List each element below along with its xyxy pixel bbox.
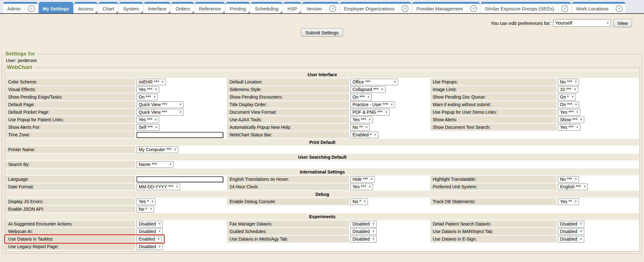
tab-label: Reference bbox=[195, 6, 225, 11]
tab-external-segment[interactable]: ↗ bbox=[326, 4, 339, 13]
24-hour-clock-select[interactable]: Yes ***∨ bbox=[350, 184, 373, 190]
tab-employer-organizations[interactable]: Employer Organizations↗ bbox=[340, 2, 411, 13]
enable-debug-console-select[interactable]: No *∨ bbox=[350, 198, 368, 205]
tab-label: Printing bbox=[226, 6, 250, 11]
setting-label-search-by: Search By: bbox=[6, 161, 135, 168]
tab-work-locations[interactable]: Work Locations↗ bbox=[572, 2, 625, 13]
tab-my-settings[interactable]: My Settings bbox=[39, 2, 73, 13]
tab-provider-management[interactable]: Provider Management↗ bbox=[412, 2, 480, 13]
fax-manager-datavis-select[interactable]: Disabled∨ bbox=[350, 221, 377, 227]
time-zone-input[interactable] bbox=[136, 132, 223, 138]
preferences-for-select[interactable]: Yourself ∨ bbox=[553, 19, 611, 27]
visual-effects-select[interactable]: Yes ***∨ bbox=[136, 86, 159, 93]
title-display-order-select[interactable]: Practice - User ***∨ bbox=[350, 101, 395, 108]
default-page-select[interactable]: Quick View ***∨ bbox=[136, 101, 184, 108]
enable-json-api-select[interactable]: No *∨ bbox=[136, 206, 154, 213]
tab-external-segment[interactable]: ↗ bbox=[558, 4, 571, 13]
tab-interface[interactable]: Interface bbox=[144, 2, 170, 13]
external-link-icon: ↗ bbox=[329, 5, 336, 12]
setting-value-cell: Self ***∨ bbox=[135, 124, 227, 131]
image-limit-select[interactable]: 10 ***∨ bbox=[558, 86, 578, 93]
preferred-unit-system-select[interactable]: English ***∨ bbox=[558, 184, 588, 190]
color-scheme-select[interactable]: miEHR ***∨ bbox=[136, 79, 166, 85]
use-datavis-in-meds-agy-tab-select[interactable]: Disabled∨ bbox=[350, 236, 377, 242]
webchart-status-bar-select[interactable]: Enabled *∨ bbox=[350, 132, 379, 138]
date-format-select[interactable]: MM-DD-YYYY ***∨ bbox=[136, 184, 180, 190]
show-pending-encounters-select[interactable]: On ***∨ bbox=[350, 94, 372, 100]
guided-schedules-select[interactable]: Disabled∨ bbox=[350, 228, 377, 235]
tab-orders[interactable]: Orders bbox=[171, 2, 194, 13]
chevron-down-icon: ∨ bbox=[372, 237, 375, 240]
setting-value-cell: On ***∨ bbox=[349, 94, 430, 100]
tab-external-segment[interactable]: ↗ bbox=[467, 4, 480, 13]
use-popup-for-user-demo-links-select[interactable]: Yes ***∨ bbox=[558, 109, 580, 116]
tab-printing[interactable]: Printing bbox=[226, 2, 250, 13]
chevron-down-icon: ∨ bbox=[369, 185, 371, 188]
tab-external-segment[interactable]: ↗ bbox=[25, 4, 38, 13]
setting-label-use-datavis-in-tasklist: Use Datavis in Tasklist: bbox=[6, 236, 135, 242]
webscan-ai-select[interactable]: Disabled∨ bbox=[136, 228, 163, 235]
show-alerts-for-select[interactable]: Self ***∨ bbox=[136, 124, 159, 131]
tab-system[interactable]: System bbox=[119, 2, 143, 13]
setting-label-english-translations-on-hover: English Translations on Hover: bbox=[227, 176, 349, 183]
section-header: User Searching Default bbox=[6, 154, 639, 160]
printer-name-select[interactable]: My Computer ***∨ bbox=[136, 146, 178, 153]
tab-label: Similar Exposure Groups (SEGs) bbox=[481, 6, 558, 11]
settings-row: Webscan AI:Disabled∨Guided Schedules:Dis… bbox=[6, 228, 639, 235]
english-translations-on-hover-select[interactable]: Hide ***∨ bbox=[350, 176, 375, 183]
use-datavis-in-tasklist-select[interactable]: Enabled∨ bbox=[136, 236, 162, 242]
tab-similar-exposure-groups-segs[interactable]: Similar Exposure Groups (SEGs)↗ bbox=[481, 2, 571, 13]
menu-fold-icon bbox=[280, 11, 282, 13]
tab-external-segment[interactable]: ↗ bbox=[398, 4, 411, 13]
tab-access[interactable]: Access bbox=[74, 2, 97, 13]
selected-option: Yes *** bbox=[139, 87, 152, 92]
use-popups-select[interactable]: No ***∨ bbox=[558, 79, 579, 85]
detail-patient-search-datavis-select[interactable]: Disabled∨ bbox=[558, 221, 584, 227]
sidemenu-style-select[interactable]: Collapsed ***∨ bbox=[350, 86, 386, 93]
chevron-down-icon: ∨ bbox=[571, 95, 574, 98]
setting-value-cell: PDF & PNG ***∨ bbox=[349, 109, 430, 116]
use-ajax-tools-select[interactable]: Yes ***∨ bbox=[350, 117, 373, 123]
use-popup-for-patient-links-select[interactable]: Yes ***∨ bbox=[136, 117, 159, 123]
tab-admin[interactable]: Admin↗ bbox=[3, 2, 38, 13]
display-js-errors-select[interactable]: Yes *∨ bbox=[136, 198, 156, 205]
tab-chart[interactable]: Chart bbox=[98, 2, 118, 13]
warn-if-exiting-without-submit-select[interactable]: On ***∨ bbox=[558, 101, 579, 108]
tab-hsp[interactable]: HSP bbox=[283, 2, 301, 13]
chevron-down-icon: ∨ bbox=[575, 178, 577, 180]
menu-fold-icon bbox=[222, 11, 225, 13]
setting-value-cell: Yes ***∨ bbox=[135, 116, 227, 123]
tab-reference[interactable]: Reference bbox=[195, 2, 225, 13]
tab-version[interactable]: Version↗ bbox=[302, 2, 339, 13]
tab-label: Scheduling bbox=[251, 6, 282, 11]
setting-value-cell: Collapsed ***∨ bbox=[349, 86, 430, 93]
setting-label-use-datavis-in-e-sign: Use Datavis in E-Sign: bbox=[430, 236, 557, 242]
settings-row: Language:English Translations on Hover:H… bbox=[6, 176, 639, 183]
track-db-statements-select[interactable]: Yes **∨ bbox=[558, 198, 579, 205]
section-header: Print Default bbox=[6, 139, 639, 145]
submit-settings-button[interactable]: Submit Settings bbox=[301, 28, 343, 37]
automatically-popup-new-help-select[interactable]: No **∨ bbox=[350, 124, 370, 131]
document-view-format-select[interactable]: PDF & PNG ***∨ bbox=[350, 109, 390, 116]
tab-scheduling[interactable]: Scheduling bbox=[251, 2, 282, 13]
show-pending-doc-queue-select[interactable]: On *∨ bbox=[558, 94, 576, 100]
chevron-down-icon: ∨ bbox=[607, 21, 609, 24]
use-datavis-in-e-sign-select[interactable]: Disabled∨ bbox=[558, 236, 584, 242]
default-location-select[interactable]: Office ***∨ bbox=[350, 79, 398, 85]
setting-value-cell: Show ***∨ bbox=[557, 116, 639, 123]
language-input[interactable] bbox=[136, 176, 223, 182]
search-by-select[interactable]: Name ***∨ bbox=[136, 161, 174, 168]
tab-external-segment[interactable]: ↗ bbox=[613, 4, 625, 13]
use-datavis-in-mar-inject-tab-select[interactable]: Disabled∨ bbox=[558, 228, 584, 235]
use-legacy-report-page-select[interactable]: Disabled∨ bbox=[136, 243, 163, 250]
default-pocket-page-select[interactable]: Quick View ***∨ bbox=[136, 109, 184, 116]
show-document-text-search-select[interactable]: Yes ***∨ bbox=[558, 124, 580, 131]
show-alerts-select[interactable]: Show ***∨ bbox=[558, 117, 584, 123]
ai-suggested-encounter-actions-select[interactable]: Disabled∨ bbox=[136, 221, 163, 227]
view-button[interactable]: View bbox=[613, 19, 632, 27]
settings-row: Time Zone:WebChart Status Bar:Enabled *∨ bbox=[6, 131, 639, 138]
highlight-translatable-select[interactable]: No ***∨ bbox=[558, 176, 579, 183]
show-pending-esign-tasks-select[interactable]: On ***∨ bbox=[136, 94, 158, 100]
settings-table: User InterfaceColor Scheme:miEHR ***∨Def… bbox=[6, 71, 639, 251]
selected-option: Disabled bbox=[139, 244, 156, 249]
